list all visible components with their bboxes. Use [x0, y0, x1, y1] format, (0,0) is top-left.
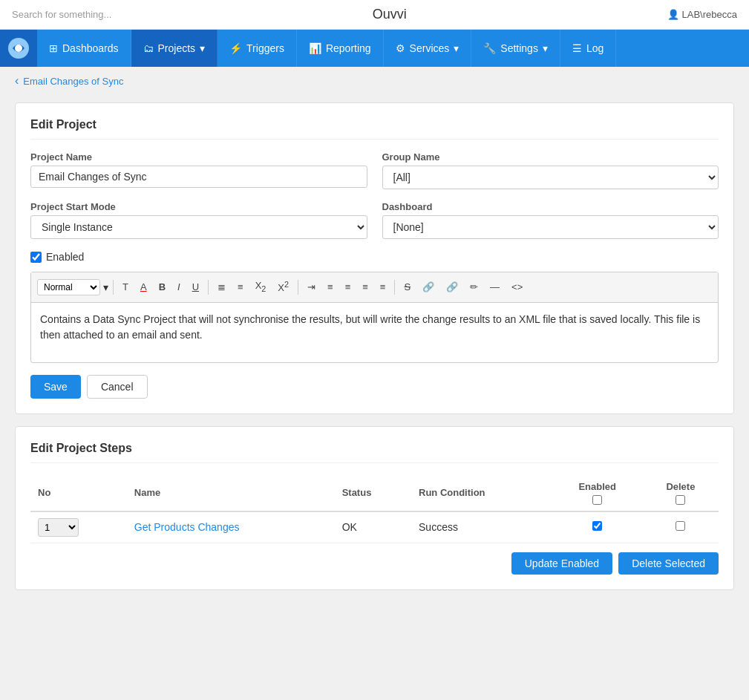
delete-header-group: Delete: [650, 481, 711, 505]
editor-bold-btn[interactable]: B: [154, 278, 170, 296]
editor-dropdown-icon: ▾: [103, 281, 108, 293]
editor-unlink-btn[interactable]: 🔗: [442, 278, 462, 296]
nav-services[interactable]: ⚙ Services ▾: [384, 30, 472, 67]
delete-header-checkbox[interactable]: [676, 495, 685, 505]
page-content: Edit Project Project Name Group Name [Al…: [0, 95, 749, 617]
table-header-row: No Name Status Run Condition Enabled Del…: [30, 475, 719, 511]
nav-log-label: Log: [586, 42, 604, 54]
row-delete-cell: [643, 511, 719, 543]
enabled-header-checkbox[interactable]: [592, 495, 602, 505]
col-status: Status: [335, 475, 411, 511]
editor-hr-btn[interactable]: —: [485, 278, 504, 296]
folder-icon: 🗂: [143, 42, 154, 54]
step-name-link[interactable]: Get Products Changes: [134, 521, 240, 533]
editor-toolbar: Normal Heading 1 Heading 2 ▾ T A B I U ≣…: [31, 272, 718, 303]
step-status: OK: [342, 521, 357, 533]
editor-highlight-btn[interactable]: ✏: [465, 278, 483, 296]
editor-align-right-btn[interactable]: ≡: [358, 278, 373, 296]
editor-content: Contains a Data Sync Project that will n…: [40, 313, 700, 341]
project-name-input[interactable]: [30, 166, 367, 188]
group-name-label: Group Name: [382, 151, 719, 163]
nav-projects[interactable]: 🗂 Projects ▾: [131, 30, 218, 67]
nav-log[interactable]: ☰ Log: [560, 30, 616, 67]
enabled-col-label: Enabled: [578, 481, 616, 492]
editor-ol-btn[interactable]: ≣: [213, 278, 230, 296]
table-row: 1 2 3 Get Products Changes OK Success: [30, 511, 719, 543]
table-actions: Update Enabled Delete Selected: [30, 552, 719, 575]
nav-dashboards[interactable]: ⊞ Dashboards: [37, 30, 131, 67]
nav-settings[interactable]: 🔧 Settings ▾: [471, 30, 560, 67]
nav-triggers-label: Triggers: [246, 42, 284, 54]
nav-services-label: Services: [410, 42, 450, 54]
editor-link-btn[interactable]: 🔗: [418, 278, 439, 296]
cancel-button[interactable]: Cancel: [87, 375, 148, 399]
save-button[interactable]: Save: [30, 375, 81, 399]
editor-font-btn[interactable]: T: [118, 278, 133, 296]
rich-text-editor[interactable]: Normal Heading 1 Heading 2 ▾ T A B I U ≣…: [30, 272, 719, 363]
row-status-cell: OK: [335, 511, 411, 543]
form-row-1: Project Name Group Name [All] Group A Gr…: [30, 151, 719, 189]
editor-ul-btn[interactable]: ≡: [233, 278, 248, 296]
list-icon: ☰: [572, 42, 582, 54]
enabled-check-group: Enabled: [30, 251, 719, 263]
services-dropdown-icon: ▾: [454, 42, 459, 54]
logo[interactable]: [0, 30, 37, 67]
editor-format-select[interactable]: Normal Heading 1 Heading 2: [37, 279, 100, 295]
editor-sup-btn[interactable]: X2: [273, 277, 293, 298]
form-actions: Save Cancel: [30, 375, 719, 399]
row-name-cell: Get Products Changes: [127, 511, 335, 543]
editor-body[interactable]: Contains a Data Sync Project that will n…: [31, 303, 718, 362]
nav-reporting-label: Reporting: [326, 42, 371, 54]
navbar: ⊞ Dashboards 🗂 Projects ▾ ⚡ Triggers 📊 R…: [0, 30, 749, 67]
divider-1: [113, 280, 114, 295]
col-delete: Delete: [643, 475, 719, 511]
enabled-checkbox[interactable]: [30, 252, 42, 263]
projects-dropdown-icon: ▾: [200, 42, 205, 54]
project-start-mode-group: Project Start Mode Single Instance Multi…: [30, 201, 367, 239]
divider-4: [394, 280, 395, 295]
enabled-label: Enabled: [46, 251, 84, 263]
row-no-cell: 1 2 3: [30, 511, 127, 543]
editor-align-left-btn[interactable]: ≡: [323, 278, 338, 296]
wrench-icon: 🔧: [483, 42, 496, 54]
settings-dropdown-icon: ▾: [543, 42, 548, 54]
editor-align-center-btn[interactable]: ≡: [341, 278, 356, 296]
group-name-select[interactable]: [All] Group A Group B: [382, 166, 719, 189]
logo-icon: [7, 36, 30, 60]
editor-sub-btn[interactable]: X2: [251, 277, 271, 297]
col-name: Name: [127, 475, 335, 511]
editor-color-btn[interactable]: A: [136, 278, 151, 296]
delete-col-label: Delete: [666, 481, 695, 492]
nav-reporting[interactable]: 📊 Reporting: [297, 30, 384, 67]
breadcrumb: ‹ Email Changes of Sync: [0, 67, 749, 95]
editor-indent-btn[interactable]: ⇥: [303, 278, 320, 296]
editor-source-btn[interactable]: <>: [507, 278, 527, 296]
col-run-condition: Run Condition: [411, 475, 552, 511]
editor-underline-btn[interactable]: U: [188, 278, 203, 296]
breadcrumb-label[interactable]: Email Changes of Sync: [23, 76, 123, 87]
row-enabled-cell: [552, 511, 643, 543]
nav-triggers[interactable]: ⚡ Triggers: [217, 30, 297, 67]
row-delete-checkbox[interactable]: [676, 521, 685, 531]
search-placeholder[interactable]: Search for something...: [12, 9, 111, 20]
grid-icon: ⊞: [49, 42, 58, 54]
editor-italic-btn[interactable]: I: [173, 278, 185, 296]
row-number-select[interactable]: 1 2 3: [38, 518, 79, 537]
dashboard-label: Dashboard: [382, 201, 719, 212]
edit-project-steps-card: Edit Project Steps No Name Status Run Co…: [15, 426, 734, 590]
delete-selected-button[interactable]: Delete Selected: [618, 552, 719, 575]
dashboard-group: Dashboard [None] Dashboard 1: [382, 201, 719, 239]
step-run-condition: Success: [419, 521, 458, 533]
editor-strikethrough-btn[interactable]: S: [399, 278, 415, 296]
col-enabled: Enabled: [552, 475, 643, 511]
divider-2: [208, 280, 209, 295]
row-run-condition-cell: Success: [411, 511, 552, 543]
back-arrow-icon[interactable]: ‹: [15, 74, 19, 88]
dashboard-select[interactable]: [None] Dashboard 1: [382, 215, 719, 239]
editor-align-justify-btn[interactable]: ≡: [376, 278, 390, 296]
project-start-mode-select[interactable]: Single Instance Multiple Instances: [30, 215, 367, 239]
col-no: No: [30, 475, 127, 511]
top-bar: Search for something... Ouvvi 👤 LAB\rebe…: [0, 0, 749, 30]
row-enabled-checkbox[interactable]: [592, 521, 602, 531]
update-enabled-button[interactable]: Update Enabled: [511, 552, 612, 575]
